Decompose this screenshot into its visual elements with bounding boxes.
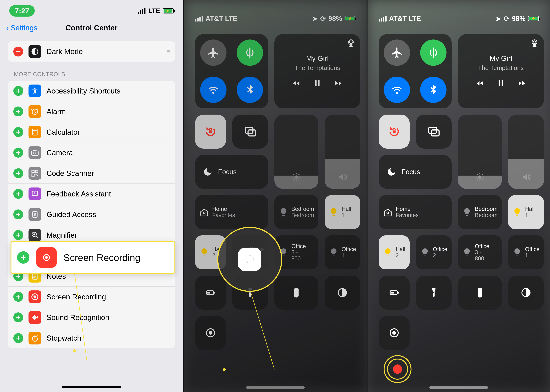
focus-button[interactable]: Focus — [195, 155, 268, 189]
home-tile[interactable]: Office2 — [416, 235, 452, 269]
screen-mirroring-button[interactable] — [232, 115, 268, 149]
pause-button[interactable] — [496, 79, 505, 88]
now-playing-tile[interactable]: My Girl The Temptations — [458, 34, 544, 108]
airplane-mode-toggle[interactable] — [195, 34, 232, 71]
control-row[interactable]: +Screen Recording — [8, 287, 175, 307]
add-button[interactable]: + — [13, 333, 23, 343]
wifi-toggle[interactable] — [195, 71, 232, 108]
drag-handle-icon[interactable]: ≡ — [166, 48, 170, 56]
back-button[interactable]: ‹ Settings — [6, 23, 37, 32]
control-row[interactable]: +Feedback Assistant — [8, 184, 175, 204]
brightness-slider[interactable] — [274, 115, 318, 189]
svg-point-42 — [295, 293, 296, 294]
cc-status-bar: AT&T LTE ➤ ⟳ 98% ⚡ — [379, 0, 539, 28]
battery-icon: ⚡ — [163, 8, 174, 14]
home-tile[interactable]: BedroomBedroom — [274, 195, 318, 229]
control-row[interactable]: +Alarm — [8, 101, 175, 122]
add-button[interactable]: + — [13, 106, 23, 116]
pause-button[interactable] — [313, 79, 322, 88]
svg-rect-19 — [34, 214, 36, 216]
home-tile-l2: 1 — [525, 252, 539, 259]
airplane-mode-toggle[interactable] — [379, 34, 415, 71]
home-tile[interactable]: Office1 — [325, 235, 360, 269]
add-button[interactable]: + — [13, 148, 23, 158]
dark-mode-icon — [29, 45, 41, 58]
airplay-icon[interactable] — [530, 39, 539, 48]
flashlight-toggle[interactable] — [416, 276, 452, 310]
add-button[interactable]: + — [13, 292, 23, 302]
nav-bar: ‹ Settings Control Center — [0, 19, 183, 37]
add-button[interactable]: + — [17, 251, 29, 264]
home-tile[interactable]: BedroomBedroom — [458, 195, 502, 229]
home-indicator[interactable] — [429, 386, 488, 389]
control-row[interactable]: +Sound Recognition — [8, 307, 175, 328]
home-icon — [199, 207, 209, 217]
music-artist: The Temptations — [478, 64, 524, 71]
location-icon: ➤ — [495, 15, 501, 23]
dark-mode-toggle[interactable] — [325, 276, 360, 310]
orientation-lock-toggle[interactable] — [195, 115, 226, 149]
home-tile-l1: Office — [525, 246, 539, 252]
now-playing-tile[interactable]: My Girl The Temptations — [274, 34, 360, 108]
carrier-label: AT&T LTE — [206, 15, 237, 22]
focus-button[interactable]: Focus — [379, 155, 452, 189]
home-tile[interactable]: Hall1 — [325, 195, 360, 229]
status-time-pill[interactable]: 7:27 — [9, 5, 35, 17]
low-power-mode-toggle[interactable] — [195, 276, 226, 310]
add-button[interactable]: + — [13, 127, 23, 137]
add-button[interactable]: + — [13, 312, 23, 322]
home-tile[interactable]: Office1 — [508, 235, 544, 269]
apple-tv-remote-button[interactable] — [274, 276, 318, 310]
home-indicator[interactable] — [246, 386, 305, 389]
volume-slider[interactable] — [508, 115, 544, 189]
location-icon: ➤ — [312, 15, 318, 23]
forward-button[interactable] — [518, 79, 526, 88]
cellular-data-toggle[interactable] — [415, 34, 452, 71]
cellular-data-toggle[interactable] — [232, 34, 268, 71]
remove-button[interactable] — [13, 47, 23, 56]
svg-rect-39 — [207, 292, 210, 294]
control-row[interactable]: +Camera — [8, 142, 175, 163]
svg-rect-32 — [209, 131, 212, 133]
airplay-icon[interactable] — [347, 39, 355, 48]
svg-point-45 — [297, 294, 298, 295]
sun-icon — [475, 172, 485, 183]
add-button[interactable]: + — [13, 210, 23, 219]
control-row[interactable]: +Calculator — [8, 122, 175, 142]
carrier-label: LTE — [148, 7, 160, 14]
home-header-tile[interactable]: HomeFavorites — [195, 195, 268, 229]
add-button[interactable]: + — [13, 230, 23, 240]
control-row[interactable]: +Guided Access — [8, 204, 175, 225]
forward-button[interactable] — [334, 79, 343, 88]
bluetooth-toggle[interactable] — [232, 71, 268, 108]
control-row[interactable]: +Stopwatch — [8, 328, 175, 348]
apple-tv-remote-button[interactable] — [458, 276, 502, 310]
screen-mirroring-button[interactable] — [416, 115, 452, 149]
rewind-button[interactable] — [476, 79, 484, 88]
home-tile[interactable]: Hall1 — [508, 195, 544, 229]
wifi-toggle[interactable] — [379, 71, 415, 108]
control-row[interactable]: +Accessibility Shortcuts — [8, 81, 175, 101]
bluetooth-toggle[interactable] — [415, 71, 452, 108]
add-button[interactable]: + — [13, 86, 23, 96]
home-tile[interactable]: Office3 - 800… — [458, 235, 502, 269]
brightness-slider[interactable] — [458, 115, 502, 189]
add-button[interactable]: + — [13, 168, 23, 178]
dark-mode-toggle[interactable] — [508, 276, 544, 310]
home-tile[interactable]: Hall2 — [379, 235, 410, 269]
svg-rect-15 — [36, 174, 36, 175]
rewind-button[interactable] — [292, 79, 300, 88]
svg-point-43 — [297, 293, 298, 294]
svg-point-59 — [387, 212, 389, 214]
control-row[interactable]: +Code Scanner — [8, 163, 175, 184]
home-tile-l1: Office — [475, 243, 498, 249]
orientation-lock-toggle[interactable] — [379, 115, 410, 149]
screen-recording-toggle[interactable] — [379, 316, 410, 350]
add-button[interactable]: + — [13, 189, 23, 199]
screen-recording-toggle[interactable] — [195, 316, 226, 350]
home-header-tile[interactable]: HomeFavorites — [379, 195, 452, 229]
home-indicator[interactable] — [62, 386, 121, 388]
control-row-dark-mode[interactable]: Dark Mode ≡ — [8, 41, 175, 62]
volume-slider[interactable] — [325, 115, 360, 189]
low-power-mode-toggle[interactable] — [379, 276, 410, 310]
